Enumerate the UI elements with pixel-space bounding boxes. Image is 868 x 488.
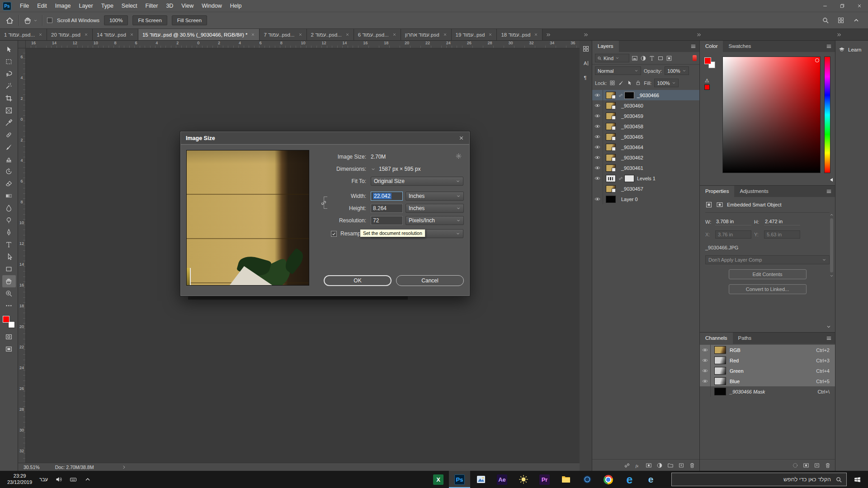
panel-collapse-icon[interactable] (826, 324, 831, 329)
document-tab[interactable]: 7 עמוד..psd... (259, 29, 307, 40)
layer-row[interactable]: _9030460 (592, 100, 699, 111)
quick-selection-tool[interactable] (2, 80, 16, 92)
filter-toggle[interactable] (693, 55, 697, 61)
scroll-down-icon[interactable] (830, 274, 834, 278)
layer-thumbnail[interactable] (606, 196, 616, 203)
ok-button[interactable]: OK (324, 275, 392, 286)
panel-menu-icon[interactable] (826, 43, 832, 50)
saturation-picker[interactable] (722, 56, 821, 173)
move-tool[interactable] (2, 43, 16, 56)
ie-app[interactable]: e (640, 471, 661, 488)
touch-keyboard-icon[interactable] (70, 476, 77, 483)
history-brush-tool[interactable] (2, 165, 16, 178)
file-explorer-app[interactable] (555, 471, 576, 488)
start-button[interactable] (847, 471, 868, 488)
fill-screen-button[interactable]: Fill Screen (172, 15, 207, 25)
canvas[interactable]: Image Size Image Siz (26, 48, 580, 463)
layer-thumbnail[interactable] (606, 133, 616, 141)
collapse-dock-icon[interactable] (583, 32, 589, 38)
width-input[interactable]: 22.042 (371, 192, 403, 201)
tab-close-icon[interactable] (84, 33, 88, 37)
visibility-toggle[interactable] (592, 152, 603, 163)
visibility-toggle[interactable] (700, 355, 711, 366)
minimize-button[interactable] (816, 0, 834, 12)
resample-checkbox[interactable] (331, 231, 337, 237)
taskbar-clock[interactable]: 23:29 23/12/2019 (7, 473, 32, 486)
language-indicator[interactable]: עבר (39, 477, 48, 482)
visibility-toggle[interactable] (592, 194, 603, 204)
layer-row[interactable]: _9030461 (592, 163, 699, 173)
tab-close-icon[interactable] (443, 33, 447, 37)
taskbar-search-input[interactable]: הקלד כאן כדי לחפש (671, 473, 847, 486)
eyedropper-tool[interactable] (2, 117, 16, 129)
frame-tool[interactable] (2, 104, 16, 117)
width-unit-select[interactable]: Inches (406, 192, 464, 201)
shape-filter-icon[interactable] (657, 55, 664, 61)
layer-thumbnail[interactable] (606, 123, 616, 130)
rectangle-tool[interactable] (2, 263, 16, 275)
layer-name[interactable]: _9030464 (621, 145, 643, 150)
new-channel-icon[interactable] (814, 462, 820, 469)
layer-name[interactable]: _9030462 (621, 155, 643, 160)
hue-marker[interactable] (830, 178, 833, 182)
document-tab[interactable]: עמוד אחרון.psd (401, 29, 452, 40)
tab-channels[interactable]: Channels (700, 333, 733, 344)
foreground-color-swatch[interactable] (3, 316, 9, 323)
healing-brush-tool[interactable] (2, 129, 16, 141)
document-tab[interactable]: 20 עמוד..psd (47, 29, 93, 40)
tab-close-icon[interactable] (38, 33, 42, 37)
visibility-toggle[interactable] (592, 111, 603, 121)
document-tab[interactable]: 6 עמוד..psd... (354, 29, 401, 40)
layer-name[interactable]: _9030460 (621, 103, 643, 108)
height-unit-select[interactable]: Inches (406, 204, 464, 213)
character-panel-icon[interactable]: A (582, 60, 590, 67)
layer-row[interactable]: Levels 1 (592, 173, 699, 183)
visibility-toggle[interactable] (592, 142, 603, 152)
blur-tool[interactable] (2, 202, 16, 214)
menu-item[interactable]: Image (51, 1, 75, 11)
visibility-toggle[interactable] (700, 345, 711, 355)
tab-close-icon[interactable] (298, 33, 302, 37)
layer-row[interactable]: _9030457 (592, 183, 699, 194)
edit-contents-button[interactable]: Edit Contents (729, 269, 807, 279)
tab-swatches[interactable]: Swatches (723, 41, 756, 52)
channel-row[interactable]: Green Ctrl+4 (700, 366, 835, 376)
delete-channel-icon[interactable] (825, 462, 831, 469)
menu-item[interactable]: Window (198, 1, 226, 11)
lock-pixels-icon[interactable] (618, 80, 624, 86)
tab-layers[interactable]: Layers (592, 41, 619, 52)
collapse-dock-icon[interactable] (696, 32, 702, 38)
edit-toolbar-button[interactable] (2, 300, 16, 312)
layer-thumbnail[interactable] (606, 113, 616, 120)
layer-name[interactable]: Layer 0 (621, 197, 638, 202)
document-tab[interactable]: 15 עמוד..psd @ 30.5% (_9030466, RGB/8#) … (138, 29, 260, 40)
display-settings-app[interactable] (513, 471, 534, 488)
channel-row[interactable]: RGB Ctrl+2 (700, 345, 835, 355)
scroll-up-icon[interactable] (830, 213, 834, 217)
menu-item[interactable]: Select (118, 1, 142, 11)
workspace-icon[interactable] (837, 17, 844, 24)
photos-app[interactable] (470, 471, 491, 488)
color-marker[interactable] (815, 58, 819, 62)
premiere-app[interactable]: Pr (534, 471, 555, 488)
tab-paths[interactable]: Paths (733, 333, 757, 344)
color-swatches[interactable] (3, 316, 15, 328)
dimensions-chevron-icon[interactable] (371, 167, 376, 172)
search-icon[interactable] (822, 17, 829, 24)
scrollbar[interactable] (829, 213, 834, 278)
layer-thumbnail[interactable] (606, 92, 616, 99)
visibility-toggle[interactable] (592, 131, 603, 142)
visibility-toggle[interactable] (700, 366, 711, 376)
layer-thumbnail[interactable] (606, 144, 616, 151)
hidden-icons-chevron[interactable] (84, 476, 91, 483)
chrome-app[interactable] (598, 471, 619, 488)
gamut-swatch[interactable] (704, 84, 710, 90)
tab-color[interactable]: Color (700, 41, 723, 52)
speaker-icon[interactable] (55, 476, 62, 483)
adjustment-filter-icon[interactable] (640, 55, 646, 61)
menu-item[interactable]: Filter (142, 1, 162, 11)
lock-transparency-icon[interactable] (609, 80, 615, 86)
tab-close-icon[interactable] (534, 33, 538, 37)
panel-menu-icon[interactable] (826, 188, 832, 195)
tab-close-icon[interactable] (392, 33, 396, 37)
